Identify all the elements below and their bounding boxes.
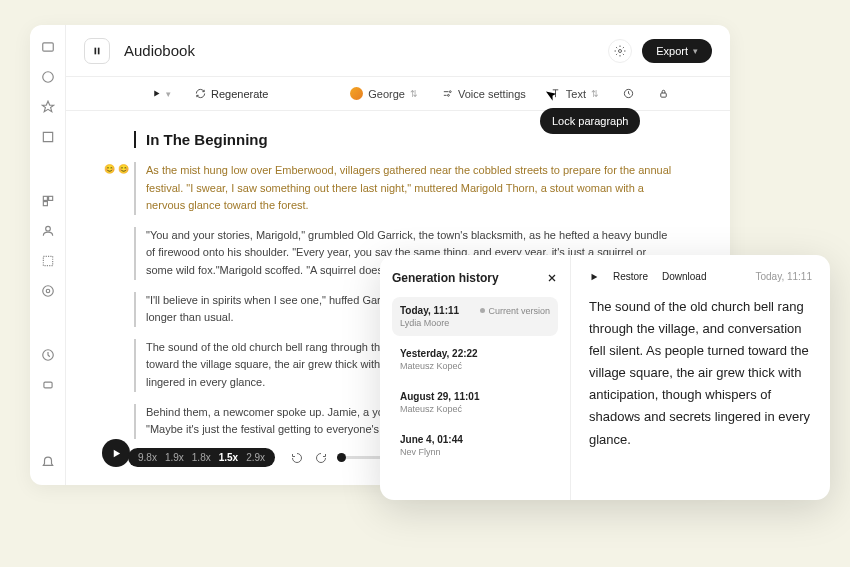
paragraph[interactable]: 😊 😊 As the mist hung low over Emberwood,… xyxy=(134,162,675,215)
svg-point-8 xyxy=(42,286,53,297)
text-label: Text xyxy=(566,88,586,100)
svg-rect-11 xyxy=(95,47,97,54)
speed-selector[interactable]: 9.8x 1.9x 1.8x 1.5x 2.9x xyxy=(128,448,275,467)
history-panel-title: Generation history xyxy=(392,271,499,285)
history-list: Generation history Today, 11:11 Current … xyxy=(380,255,570,500)
speed-option[interactable]: 1.8x xyxy=(192,452,211,463)
svg-point-14 xyxy=(449,91,451,93)
export-label: Export xyxy=(656,45,688,57)
restore-button[interactable]: Restore xyxy=(613,271,648,282)
preview-text: The sound of the old church bell rang th… xyxy=(589,296,812,451)
download-button[interactable]: Download xyxy=(662,271,706,282)
history-time: Yesterday, 22:22 xyxy=(400,348,478,359)
rail-icon-5[interactable] xyxy=(40,193,56,209)
svg-rect-2 xyxy=(43,196,47,200)
play-dropdown[interactable]: ▾ xyxy=(146,86,177,102)
toolbar: ▾ Regenerate George ⇅ Voice settings Tex… xyxy=(66,77,730,111)
rail-icon-2[interactable] xyxy=(40,69,56,85)
regenerate-label: Regenerate xyxy=(211,88,269,100)
chevron-down-icon: ▾ xyxy=(166,89,171,99)
chevron-updown-icon: ⇅ xyxy=(410,89,418,99)
voice-selector[interactable]: George ⇅ xyxy=(344,84,424,103)
svg-rect-6 xyxy=(43,256,52,265)
history-item[interactable]: Yesterday, 22:22 Mateusz Kopeć xyxy=(392,340,558,379)
history-preview: Restore Download Today, 11:11 The sound … xyxy=(571,255,830,500)
speed-option[interactable]: 1.9x xyxy=(165,452,184,463)
voice-settings-button[interactable]: Voice settings xyxy=(436,85,532,103)
lock-tooltip: Lock paragraph xyxy=(540,108,640,134)
pause-button[interactable] xyxy=(84,38,110,64)
svg-rect-3 xyxy=(48,196,52,200)
header-bar: Audiobook Export ▾ xyxy=(66,25,730,77)
lock-button[interactable] xyxy=(652,85,675,102)
voice-settings-label: Voice settings xyxy=(458,88,526,100)
svg-point-1 xyxy=(42,72,53,83)
svg-rect-0 xyxy=(42,43,53,51)
voice-avatar-icon xyxy=(350,87,363,100)
preview-play-button[interactable] xyxy=(589,272,599,282)
history-author: Mateusz Kopeć xyxy=(400,404,550,414)
speed-option[interactable]: 9.8x xyxy=(138,452,157,463)
rewind-icon[interactable] xyxy=(289,450,305,466)
history-author: Mateusz Kopeć xyxy=(400,361,550,371)
svg-point-15 xyxy=(447,94,449,96)
rail-icon-8[interactable] xyxy=(40,283,56,299)
history-badge: Current version xyxy=(480,306,550,316)
big-play-button[interactable] xyxy=(102,439,130,467)
history-item[interactable]: June 4, 01:44 Nev Flynn xyxy=(392,426,558,465)
rail-icon-3[interactable] xyxy=(40,99,56,115)
history-item[interactable]: August 29, 11:01 Mateusz Kopeć xyxy=(392,383,558,422)
history-time: Today, 11:11 xyxy=(400,305,459,316)
forward-icon[interactable] xyxy=(313,450,329,466)
preview-timestamp: Today, 11:11 xyxy=(755,271,812,282)
rail-icon-9[interactable] xyxy=(40,347,56,363)
chevron-down-icon: ▾ xyxy=(693,46,698,56)
history-time: August 29, 11:01 xyxy=(400,391,479,402)
svg-rect-4 xyxy=(43,202,47,206)
svg-rect-12 xyxy=(98,47,100,54)
voice-name: George xyxy=(368,88,405,100)
rail-icon-10[interactable] xyxy=(40,377,56,393)
rail-icon-1[interactable] xyxy=(40,39,56,55)
history-panel: Generation history Today, 11:11 Current … xyxy=(380,255,830,500)
history-author: Lydia Moore xyxy=(400,318,550,328)
svg-point-13 xyxy=(619,49,622,52)
regenerate-button[interactable]: Regenerate xyxy=(189,85,275,103)
chevron-updown-icon: ⇅ xyxy=(591,89,599,99)
left-sidebar xyxy=(30,25,66,485)
paragraph-emoji-icons: 😊 😊 xyxy=(104,162,129,176)
volume-slider[interactable] xyxy=(337,456,385,459)
paragraph-text: As the mist hung low over Emberwood, vil… xyxy=(146,164,671,211)
history-time: June 4, 01:44 xyxy=(400,434,463,445)
rail-icon-6[interactable] xyxy=(40,223,56,239)
history-item[interactable]: Today, 11:11 Current version Lydia Moore xyxy=(392,297,558,336)
export-button[interactable]: Export ▾ xyxy=(642,39,712,63)
playback-bar: 9.8x 1.9x 1.8x 1.5x 2.9x xyxy=(128,448,385,467)
settings-button[interactable] xyxy=(608,39,632,63)
notifications-icon[interactable] xyxy=(40,455,56,471)
speed-option[interactable]: 2.9x xyxy=(246,452,265,463)
speed-option[interactable]: 1.5x xyxy=(219,452,238,463)
close-button[interactable] xyxy=(546,272,558,284)
svg-point-5 xyxy=(45,226,50,231)
rail-icon-4[interactable] xyxy=(40,129,56,145)
history-button[interactable] xyxy=(617,85,640,102)
rail-icon-7[interactable] xyxy=(40,253,56,269)
svg-rect-10 xyxy=(43,382,51,388)
history-author: Nev Flynn xyxy=(400,447,550,457)
svg-rect-17 xyxy=(661,93,667,97)
svg-point-7 xyxy=(46,289,50,293)
page-title: Audiobook xyxy=(124,42,195,59)
